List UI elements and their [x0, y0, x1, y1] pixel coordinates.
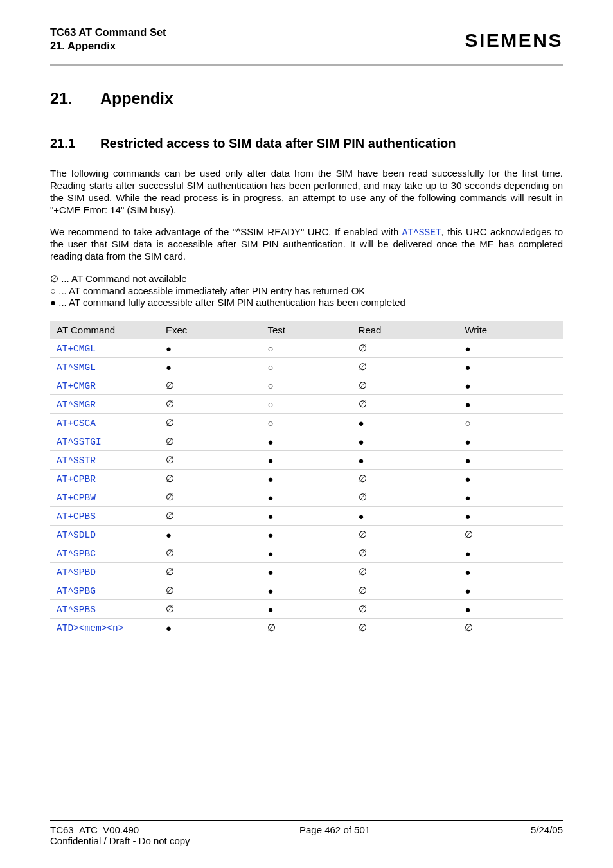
paragraph-2: We recommend to take advantage of the "^…: [50, 226, 563, 263]
status-cell: ●: [159, 358, 261, 376]
status-cell: ∅: [159, 432, 261, 451]
legend-full-text: ... AT command fully accessible after SI…: [56, 297, 405, 308]
th-exec: Exec: [159, 321, 261, 339]
at-command-link[interactable]: AT^SMGL: [57, 362, 96, 373]
status-cell: ●: [261, 600, 351, 619]
paragraph-1: The following commands can be used only …: [50, 168, 563, 216]
heading-1: 21.Appendix: [50, 89, 563, 108]
at-command-link[interactable]: AT^SPBD: [57, 567, 96, 578]
table-row: AT+CPBW∅●∅●: [50, 488, 563, 507]
status-cell: ●: [352, 451, 459, 470]
status-cell: ●: [261, 526, 351, 544]
status-cell: ●: [458, 395, 563, 414]
h2-number: 21.1: [50, 136, 100, 151]
table-row: AT^SPBC∅●∅●: [50, 544, 563, 563]
para2-pre: We recommend to take advantage of the "^…: [50, 226, 402, 237]
legend-full: ● ... AT command fully accessible after …: [50, 297, 563, 309]
at-command-link[interactable]: AT+CPBW: [57, 493, 96, 503]
at-command-link[interactable]: AT+CPBS: [57, 511, 96, 522]
th-write: Write: [458, 321, 563, 339]
status-cell: ●: [261, 488, 351, 507]
status-cell: ●: [261, 451, 351, 470]
status-cell: ●: [458, 339, 563, 358]
status-cell: ●: [458, 451, 563, 470]
table-row: AT+CMGR∅○∅●: [50, 376, 563, 395]
h1-number: 21.: [50, 89, 100, 108]
status-cell: ●: [458, 563, 563, 581]
status-cell: ∅: [159, 507, 261, 526]
status-cell: ●: [458, 600, 563, 619]
table-row: AT^SPBD∅●∅●: [50, 563, 563, 581]
status-cell: ∅: [352, 619, 459, 637]
status-cell: ∅: [159, 581, 261, 600]
status-cell: ∅: [159, 488, 261, 507]
status-cell: ∅: [352, 544, 459, 563]
status-cell: ●: [159, 619, 261, 637]
status-cell: ∅: [352, 358, 459, 376]
status-cell: ●: [458, 507, 563, 526]
at-command-link[interactable]: AT^SPBG: [57, 586, 96, 596]
status-cell: ○: [261, 376, 351, 395]
open-circle-icon: ○: [50, 285, 56, 296]
status-cell: ∅: [159, 600, 261, 619]
status-cell: ∅: [159, 544, 261, 563]
status-cell: ●: [458, 376, 563, 395]
footer-confidential: Confidential / Draft - Do not copy: [50, 835, 563, 846]
legend: ∅ ... AT Command not available ○ ... AT …: [50, 273, 563, 309]
status-cell: ∅: [159, 563, 261, 581]
at-command-link[interactable]: AT+CPBR: [57, 474, 96, 484]
status-cell: ●: [458, 488, 563, 507]
at-command-link[interactable]: AT+CMGR: [57, 381, 96, 391]
status-cell: ∅: [352, 600, 459, 619]
status-cell: ○: [261, 395, 351, 414]
at-command-link[interactable]: ATD><mem><n>: [57, 623, 123, 633]
link-at-sset[interactable]: AT^SSET: [402, 227, 441, 238]
legend-na: ∅ ... AT Command not available: [50, 273, 563, 285]
table-row: AT^SSTR∅●●●: [50, 451, 563, 470]
status-cell: ●: [352, 432, 459, 451]
status-cell: ○: [261, 358, 351, 376]
status-cell: ∅: [352, 526, 459, 544]
table-row: AT^SMGL●○∅●: [50, 358, 563, 376]
at-command-link[interactable]: AT^SMGR: [57, 400, 96, 410]
status-cell: ∅: [261, 619, 351, 637]
th-command: AT Command: [50, 321, 159, 339]
status-cell: ●: [261, 581, 351, 600]
legend-na-text: ... AT Command not available: [58, 273, 187, 284]
at-command-table: AT Command Exec Test Read Write AT+CMGL●…: [50, 321, 563, 637]
at-command-link[interactable]: AT^SPBC: [57, 549, 96, 559]
table-header-row: AT Command Exec Test Read Write: [50, 321, 563, 339]
table-row: AT+CPBS∅●●●: [50, 507, 563, 526]
status-cell: ●: [261, 432, 351, 451]
footer-center: Page 462 of 501: [299, 824, 370, 835]
status-cell: ●: [261, 563, 351, 581]
legend-imm-text: ... AT command accessible immediately af…: [56, 285, 365, 296]
at-command-link[interactable]: AT^SSTR: [57, 456, 96, 466]
status-cell: ∅: [352, 376, 459, 395]
footer-right: 5/24/05: [531, 824, 563, 835]
status-cell: ∅: [159, 395, 261, 414]
h2-text: Restricted access to SIM data after SIM …: [100, 136, 456, 150]
status-cell: ∅: [159, 470, 261, 488]
at-command-link[interactable]: AT+CMGL: [57, 344, 96, 354]
filled-circle-icon: ●: [50, 297, 56, 308]
at-command-link[interactable]: AT^SPBS: [57, 605, 96, 615]
status-cell: ●: [458, 358, 563, 376]
at-command-link[interactable]: AT^SDLD: [57, 530, 96, 540]
at-command-link[interactable]: AT^SSTGI: [57, 437, 102, 447]
empty-set-icon: ∅: [50, 273, 58, 284]
th-read: Read: [352, 321, 459, 339]
legend-immediate: ○ ... AT command accessible immediately …: [50, 285, 563, 297]
table-row: AT+CMGL●○∅●: [50, 339, 563, 358]
page-header: TC63 AT Command Set 21. Appendix SIEMENS: [50, 26, 563, 58]
status-cell: ∅: [352, 339, 459, 358]
brand-logo: SIEMENS: [465, 26, 563, 51]
status-cell: ∅: [352, 470, 459, 488]
table-row: AT+CSCA∅○●○: [50, 414, 563, 432]
table-row: ATD><mem><n>●∅∅∅: [50, 619, 563, 637]
page-footer: TC63_ATC_V00.490 Page 462 of 501 5/24/05…: [50, 820, 563, 846]
status-cell: ∅: [352, 581, 459, 600]
at-command-link[interactable]: AT+CSCA: [57, 418, 96, 429]
status-cell: ∅: [352, 563, 459, 581]
status-cell: ○: [261, 339, 351, 358]
